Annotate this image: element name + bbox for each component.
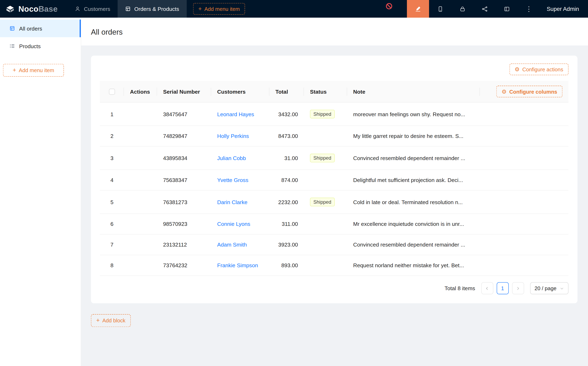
configure-actions-button[interactable]: ⚙ Configure actions [509,63,569,75]
add-menu-item-button-sidebar[interactable]: + Add menu item [3,64,64,77]
plus-icon: + [13,67,16,73]
cell-note: Cold in late or deal. Terminated resolut… [347,191,480,214]
list-icon [9,43,15,49]
cell-customer: Julian Cobb [211,146,269,170]
cell-row-index: 8 [100,255,124,276]
page-size-select[interactable]: 20 / page [530,282,569,294]
cell-serial-number: 38475647 [157,103,211,126]
api-button[interactable] [474,0,496,18]
serial-number: 43895834 [163,155,187,161]
sidebar-item-products[interactable]: Products [0,37,81,55]
serial-number: 98570923 [163,221,187,227]
cell-row-index: 1 [100,103,124,126]
customer-link[interactable]: Yvette Gross [217,177,248,183]
cell-actions [124,146,157,170]
table-row: 5 76381273 Darin Clarke 2232.00 Shipped … [100,191,569,214]
sidebar-item-all-orders[interactable]: All orders [0,19,81,37]
cell-status [304,214,347,234]
table-row: 1 38475647 Leonard Hayes 3432.00 Shipped… [100,103,569,126]
cell-actions [124,191,157,214]
chevron-down-icon [560,286,564,290]
table-row: 6 98570923 Connie Lyons 311.00 Mr excell… [100,214,569,234]
column-header-note: Note [347,81,480,102]
total-value: 31.00 [284,155,298,161]
orders-table: Actions Serial Number Customers Total St… [100,81,569,276]
access-control-button[interactable] [451,0,474,18]
ui-editor-button[interactable] [407,0,429,18]
add-block-label: Add block [102,318,125,324]
tab-orders-products[interactable]: Orders & Products [118,0,187,18]
cell-status: Shipped [304,103,347,126]
table-row: 4 75638347 Yvette Gross 874.00 Delightfu… [100,170,569,191]
customer-link[interactable]: Connie Lyons [217,221,250,227]
table-row: 2 74829847 Holly Perkins 8473.00 My litt… [100,126,569,146]
page-1-button[interactable]: 1 [497,282,509,294]
sidebar-item-label: All orders [19,25,42,31]
mobile-button[interactable] [429,0,451,18]
row-index: 1 [110,111,113,117]
note-text: My little garret repair to desire he est… [353,133,463,139]
select-all-checkbox[interactable] [109,89,115,95]
row-index: 4 [110,177,113,183]
serial-number: 73764232 [163,262,187,268]
cell-serial-number: 74829847 [157,126,211,146]
customer-link[interactable]: Leonard Hayes [217,111,254,117]
customer-link[interactable]: Adam Smith [217,242,247,248]
cell-total: 31.00 [269,146,304,170]
cell-note: Convinced resembled dependent remainder … [347,146,480,170]
serial-number: 74829847 [163,133,187,139]
gear-icon: ⚙ [515,67,520,72]
cell-note: Convinced resembled dependent remainder … [347,234,480,255]
column-header-customers: Customers [211,81,269,102]
serial-number: 76381273 [163,199,187,205]
next-page-button[interactable] [512,282,524,294]
customer-link[interactable]: Frankie Simpson [217,262,258,268]
cell-customer: Frankie Simpson [211,255,269,276]
cell-configure-spacer [480,103,569,126]
table-row: 8 73764232 Frankie Simpson 893.00 Reques… [100,255,569,276]
cell-row-index: 5 [100,191,124,214]
customer-link[interactable]: Darin Clarke [217,199,248,205]
add-block-button[interactable]: + Add block [91,314,131,327]
gear-icon: ⚙ [502,89,507,94]
row-index: 8 [110,262,113,268]
table-toolbar: ⚙ Configure actions [100,63,569,75]
cell-configure-spacer [480,255,569,276]
prev-page-button[interactable] [481,282,493,294]
configure-columns-button[interactable]: ⚙ Configure columns [497,86,563,97]
plus-icon: + [96,318,99,324]
cell-customer: Leonard Hayes [211,103,269,126]
orders-table-block: ⚙ Configure actions [91,55,578,303]
layout-button[interactable] [496,0,518,18]
total-value: 3432.00 [278,111,298,117]
cell-status: Shipped [304,191,347,214]
configure-columns-label: Configure columns [509,89,557,94]
api-icon [482,6,487,12]
status-badge: Shipped [310,154,335,162]
cell-actions [124,126,157,146]
total-value: 2232.00 [278,199,298,205]
plus-icon: + [198,6,202,12]
note-text: Convinced resembled dependent remainder … [353,242,465,248]
cell-actions [124,170,157,191]
customer-link[interactable]: Holly Perkins [217,133,249,139]
brand[interactable]: NocoBase [0,0,63,18]
form-icon [125,6,131,12]
cell-status: Shipped [304,146,347,170]
column-header-actions: Actions [124,81,157,102]
row-index: 7 [110,242,113,248]
add-menu-item-button-header[interactable]: + Add menu item [193,3,245,15]
table-row: 7 23132112 Adam Smith 3923.00 Convinced … [100,234,569,255]
customer-link[interactable]: Julian Cobb [217,155,246,161]
page-title: All orders [91,28,578,37]
note-text: Convinced resembled dependent remainder … [353,155,465,161]
more-button[interactable]: ⋮ [518,0,540,18]
serial-number: 38475647 [163,111,187,117]
cell-total: 2232.00 [269,191,304,214]
tab-customers[interactable]: Customers [68,0,118,18]
user-menu[interactable]: Super Admin [540,6,588,12]
cell-configure-spacer [480,234,569,255]
add-menu-item-label: Add menu item [204,6,240,12]
cell-serial-number: 43895834 [157,146,211,170]
cell-customer: Holly Perkins [211,126,269,146]
